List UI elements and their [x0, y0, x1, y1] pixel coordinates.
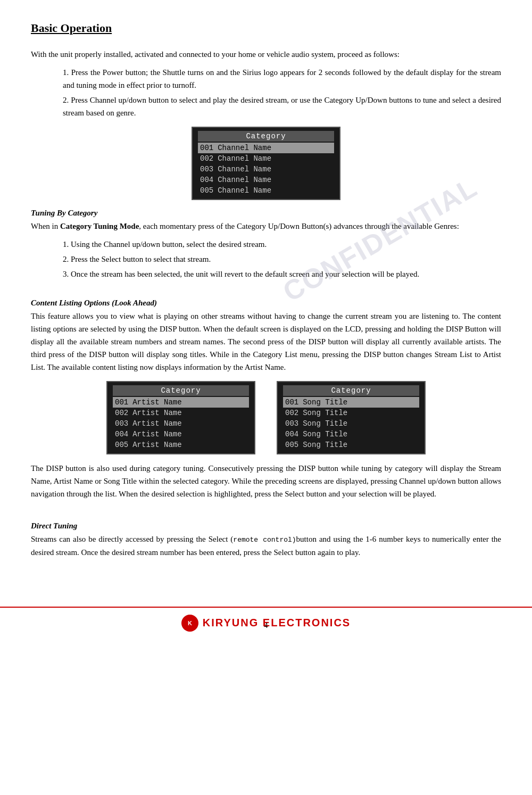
- artist-row-4: 004Artist Name: [113, 429, 249, 440]
- bold-category-tuning: Category Tuning Mode: [60, 222, 139, 230]
- screen-row-4: 004Channel Name: [198, 175, 334, 185]
- tuning-step-3: 3. Once the stream has been selected, th…: [63, 268, 501, 280]
- content-listing-title: Content Listing Options (Look Ahead): [31, 299, 501, 308]
- category-screen-container: Category 001Channel Name 002Channel Name…: [31, 127, 501, 200]
- content-listing-paragraph: This feature allows you to view what is …: [31, 310, 501, 374]
- disp-paragraph: The DISP button is also used during cate…: [31, 462, 501, 500]
- remote-control-text: remote control): [233, 536, 296, 544]
- song-row-5: 005Song Title: [283, 440, 419, 450]
- song-row-2: 002Song Title: [283, 408, 419, 418]
- svg-text:K: K: [188, 620, 192, 626]
- category-screen: Category 001Channel Name 002Channel Name…: [192, 127, 340, 200]
- song-row-4: 004Song Title: [283, 429, 419, 440]
- screen-row-2: 002Channel Name: [198, 153, 334, 164]
- tuning-by-category-title: Tuning By Category: [31, 209, 501, 218]
- song-screen-header: Category: [283, 385, 419, 396]
- logo-circle: K: [181, 615, 198, 632]
- song-row-3: 003Song Title: [283, 418, 419, 429]
- screen-row-1: 001Channel Name: [198, 143, 334, 153]
- tuning-by-category-intro: When in Category Tuning Mode, each momen…: [31, 220, 501, 233]
- intro-paragraph: With the unit properly installed, activa…: [31, 48, 501, 61]
- page-title: Basic Operation: [31, 21, 501, 35]
- screen-row-3: 003Channel Name: [198, 164, 334, 175]
- artist-row-1: 001Artist Name: [113, 397, 249, 408]
- two-screens-container: Category 001Artist Name 002Artist Name 0…: [31, 381, 501, 454]
- artist-row-2: 002Artist Name: [113, 408, 249, 418]
- artist-screen: Category 001Artist Name 002Artist Name 0…: [106, 381, 255, 454]
- page-footer: 4 K KIRYUNG ELECTRONICS: [0, 607, 532, 639]
- artist-screen-header: Category: [113, 385, 249, 396]
- page-number: 4: [264, 622, 268, 630]
- artist-row-5: 005Artist Name: [113, 440, 249, 450]
- direct-tuning-paragraph: Streams can also be directly accessed by…: [31, 533, 501, 559]
- tuning-step-2: 2. Press the Select button to select tha…: [63, 253, 501, 266]
- step-2: 2. Press Channel up/down button to selec…: [63, 94, 501, 119]
- screen-header: Category: [198, 131, 334, 142]
- brand-name: KIRYUNG ELECTRONICS: [203, 617, 351, 629]
- step-1: 1. Press the Power button; the Shuttle t…: [63, 66, 501, 92]
- page-container: CONFIDENTIAL Basic Operation With the un…: [0, 0, 532, 639]
- tuning-step-1: 1. Using the Channel up/down button, sel…: [63, 238, 501, 251]
- song-screen: Category 001Song Title 002Song Title 003…: [277, 381, 426, 454]
- direct-tuning-title: Direct Tuning: [31, 521, 501, 531]
- song-row-1: 001Song Title: [283, 397, 419, 408]
- artist-row-3: 003Artist Name: [113, 418, 249, 429]
- screen-row-5: 005Channel Name: [198, 185, 334, 196]
